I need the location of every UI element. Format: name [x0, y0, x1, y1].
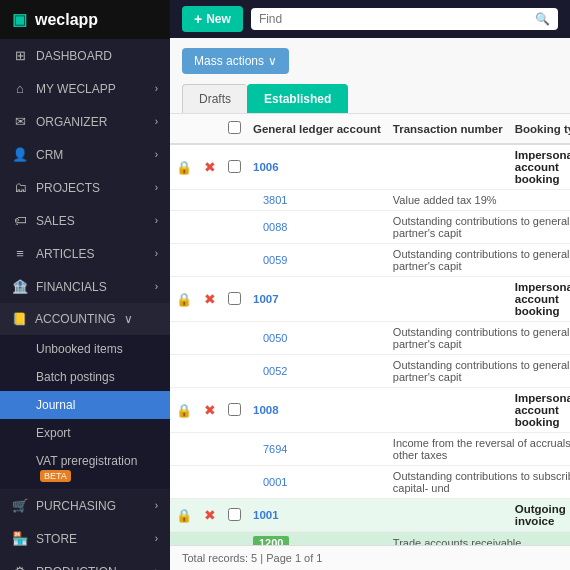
table-row: 🔒 ✖ 1006 Impersonal account booking: [170, 144, 570, 190]
sidebar-item-label: PRODUCTION: [36, 565, 117, 571]
row-checkbox[interactable]: [228, 508, 241, 521]
table-row: 🔒 ✖ 1008 Impersonal account booking: [170, 388, 570, 433]
delete-icon[interactable]: ✖: [204, 402, 216, 418]
table-row: 🔒 ✖ 1001 Outgoing invoice: [170, 499, 570, 532]
sidebar-item-dashboard[interactable]: ⊞ DASHBOARD: [0, 39, 170, 72]
articles-icon: ≡: [12, 246, 28, 261]
dashboard-icon: ⊞: [12, 48, 28, 63]
sidebar-item-label: ACCOUNTING: [35, 312, 116, 326]
description: Value added tax 19%: [393, 194, 497, 206]
beta-badge: BETA: [40, 470, 71, 482]
chevron-icon: ›: [155, 281, 158, 292]
sub-account: 7694: [253, 443, 287, 455]
accounting-submenu: Unbooked items Batch postings Journal Ex…: [0, 335, 170, 489]
journal-table-wrapper: General ledger account Transaction numbe…: [170, 114, 570, 545]
sidebar-item-articles[interactable]: ≡ ARTICLES ›: [0, 237, 170, 270]
chevron-icon: ›: [155, 248, 158, 259]
row-checkbox[interactable]: [228, 160, 241, 173]
description: Outstanding contributions to general par…: [393, 215, 570, 239]
mass-actions-label: Mass actions: [194, 54, 264, 68]
sidebar-item-production[interactable]: ⚙ PRODUCTION ›: [0, 555, 170, 570]
tab-drafts[interactable]: Drafts: [182, 84, 247, 113]
description: Outstanding contributions to subscribed …: [393, 470, 570, 494]
sidebar-item-label: MY WECLAPP: [36, 82, 116, 96]
plus-icon: +: [194, 11, 202, 27]
chevron-icon: ›: [155, 215, 158, 226]
content-area: Mass actions ∨ Drafts Established Gene: [170, 38, 570, 570]
sidebar-item-crm[interactable]: 👤 CRM ›: [0, 138, 170, 171]
sub-account: 0052: [253, 365, 287, 377]
table-row: 7694 Income from the reversal of accrual…: [170, 433, 570, 466]
sidebar-item-label: PURCHASING: [36, 499, 116, 513]
table-row: 0001 Outstanding contributions to subscr…: [170, 466, 570, 499]
description: Outstanding contributions to general par…: [393, 326, 570, 350]
mass-actions-button[interactable]: Mass actions ∨: [182, 48, 289, 74]
col-lock: [170, 114, 198, 144]
sidebar-item-organizer[interactable]: ✉ ORGANIZER ›: [0, 105, 170, 138]
delete-icon[interactable]: ✖: [204, 291, 216, 307]
account-number: 1008: [253, 404, 279, 416]
select-all-checkbox[interactable]: [228, 121, 241, 134]
col-header-txn: Transaction number: [387, 114, 509, 144]
col-checkbox: [222, 114, 247, 144]
sidebar-item-my-weclapp[interactable]: ⌂ MY WECLAPP ›: [0, 72, 170, 105]
sub-account: 0001: [253, 476, 287, 488]
description: Outstanding contributions to general par…: [393, 359, 570, 383]
new-button[interactable]: + New: [182, 6, 243, 32]
sidebar-item-accounting[interactable]: 📒 ACCOUNTING ∨: [0, 303, 170, 335]
row-checkbox[interactable]: [228, 403, 241, 416]
mail-icon: ✉: [12, 114, 28, 129]
sales-icon: 🏷: [12, 213, 28, 228]
sidebar-item-journal[interactable]: Journal: [0, 391, 170, 419]
chevron-icon: ›: [155, 566, 158, 570]
lock-icon: 🔒: [176, 160, 192, 175]
sidebar-item-label: SALES: [36, 214, 75, 228]
row-checkbox[interactable]: [228, 292, 241, 305]
booking-type: Impersonal account booking: [515, 392, 570, 428]
chevron-icon: ›: [155, 533, 158, 544]
description: Outstanding contributions to general par…: [393, 248, 570, 272]
sub-account: 0050: [253, 332, 287, 344]
logo-icon: ▣: [12, 10, 27, 29]
user-icon: 👤: [12, 147, 28, 162]
sidebar-item-store[interactable]: 🏪 STORE ›: [0, 522, 170, 555]
purchasing-icon: 🛒: [12, 498, 28, 513]
topbar: + New 🔍: [170, 0, 570, 38]
sidebar-item-purchasing[interactable]: 🛒 PURCHASING ›: [0, 489, 170, 522]
financials-icon: 🏦: [12, 279, 28, 294]
account-number: 1007: [253, 293, 279, 305]
sub-account: 0059: [253, 254, 287, 266]
col-header-booking: Booking type: [509, 114, 570, 144]
delete-icon[interactable]: ✖: [204, 507, 216, 523]
chevron-down-icon: ∨: [124, 312, 133, 326]
table-footer: Total records: 5 | Page 1 of 1: [170, 545, 570, 570]
sidebar-item-label: STORE: [36, 532, 77, 546]
table-row: 0059 Outstanding contributions to genera…: [170, 244, 570, 277]
lock-icon: 🔒: [176, 292, 192, 307]
sidebar-item-projects[interactable]: 🗂 PROJECTS ›: [0, 171, 170, 204]
sidebar-item-label: PROJECTS: [36, 181, 100, 195]
booking-type: Outgoing invoice: [515, 503, 566, 527]
col-header-gl: General ledger account: [247, 114, 387, 144]
sub-account: 0088: [253, 221, 287, 233]
sidebar-item-financials[interactable]: 🏦 FINANCIALS ›: [0, 270, 170, 303]
sidebar-item-unbooked[interactable]: Unbooked items: [0, 335, 170, 363]
tab-established[interactable]: Established: [247, 84, 348, 113]
app-logo: ▣ weclapp: [0, 0, 170, 39]
table-row: 🔒 ✖ 1007 Impersonal account booking: [170, 277, 570, 322]
sidebar-item-sales[interactable]: 🏷 SALES ›: [0, 204, 170, 237]
sidebar-item-label: DASHBOARD: [36, 49, 112, 63]
accounting-icon: 📒: [12, 312, 27, 326]
sidebar-item-vat[interactable]: VAT preregistration BETA: [0, 447, 170, 489]
sidebar-item-label: ORGANIZER: [36, 115, 107, 129]
delete-icon[interactable]: ✖: [204, 159, 216, 175]
table-row: 0088 Outstanding contributions to genera…: [170, 211, 570, 244]
lock-icon: 🔒: [176, 508, 192, 523]
main-area: + New 🔍 Mass actions ∨ Drafts Establishe…: [170, 0, 570, 570]
dropdown-arrow-icon: ∨: [268, 54, 277, 68]
sidebar-item-export[interactable]: Export: [0, 419, 170, 447]
search-input[interactable]: [259, 12, 531, 26]
sidebar-item-batch[interactable]: Batch postings: [0, 363, 170, 391]
home-icon: ⌂: [12, 81, 28, 96]
search-box: 🔍: [251, 8, 558, 30]
